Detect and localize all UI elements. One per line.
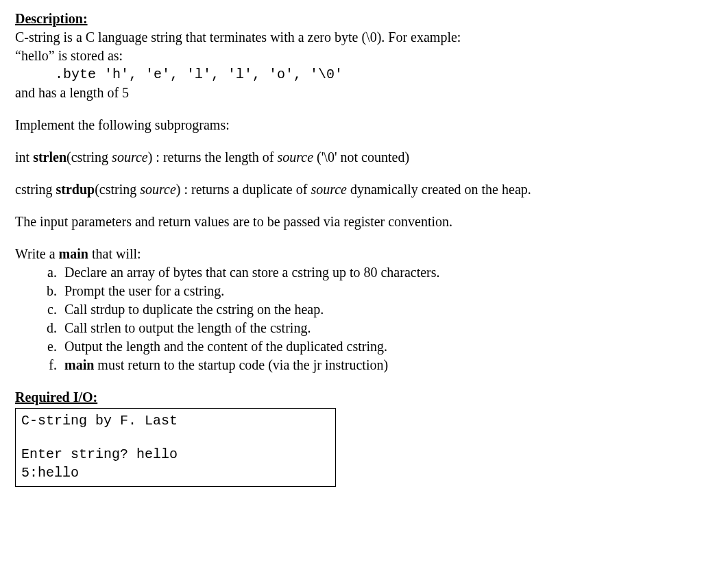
write-main-line: Write a main that will: xyxy=(15,245,713,263)
list-item: Declare an array of bytes that can store… xyxy=(60,263,713,282)
strlen-tail: ('\0' not counted) xyxy=(313,149,409,165)
list-item: Prompt the user for a cstring. xyxy=(60,282,713,300)
strlen-param: source xyxy=(112,149,148,165)
convention-line: The input parameters and return values a… xyxy=(15,213,713,231)
strdup-param: source xyxy=(140,182,176,197)
io-line-output: 5:hello xyxy=(21,464,330,482)
strlen-open: (cstring xyxy=(66,149,112,165)
strlen-return-type: int xyxy=(15,149,33,165)
io-sample-box: C-string by F. Last Enter string? hello … xyxy=(15,408,336,487)
byte-directive-line: .byte 'h', 'e', 'l', 'l', 'o', '\0' xyxy=(15,65,713,84)
io-line-title: C-string by F. Last xyxy=(21,411,330,430)
strdup-open: (cstring xyxy=(95,182,140,197)
strdup-signature: cstring strdup(cstring source) : returns… xyxy=(15,180,713,199)
write-main-bold: main xyxy=(59,246,88,261)
strlen-name: strlen xyxy=(33,149,66,165)
strdup-close: ) : returns a duplicate of xyxy=(176,182,311,197)
strdup-name: strdup xyxy=(56,182,95,197)
list-item: main must return to the startup code (vi… xyxy=(60,356,713,374)
heading-required-io: Required I/O: xyxy=(15,388,713,407)
strdup-tail: dynamically created on the heap. xyxy=(347,182,531,197)
io-line-prompt: Enter string? hello xyxy=(21,445,330,464)
list-item-f-rest: must return to the startup code (via the… xyxy=(94,357,388,372)
io-blank-line xyxy=(21,430,330,445)
write-main-post: that will: xyxy=(88,246,141,261)
list-item-f-bold: main xyxy=(64,357,94,372)
desc-line-2: “hello” is stored as: xyxy=(15,47,713,65)
strdup-param2: source xyxy=(311,182,347,197)
list-item: Call strdup to duplicate the cstring on … xyxy=(60,300,713,319)
list-item: Call strlen to output the length of the … xyxy=(60,319,713,337)
heading-required-io-text: Required I/O: xyxy=(15,389,97,405)
write-main-pre: Write a xyxy=(15,246,59,261)
strlen-signature: int strlen(cstring source) : returns the… xyxy=(15,148,713,167)
desc-line-3: and has a length of 5 xyxy=(15,84,713,102)
heading-description: Description: xyxy=(15,10,713,28)
list-item: Output the length and the content of the… xyxy=(60,337,713,356)
strlen-close: ) : returns the length of xyxy=(148,149,278,165)
main-steps-list: Declare an array of bytes that can store… xyxy=(15,263,713,374)
strlen-param2: source xyxy=(278,149,314,165)
strdup-return-type: cstring xyxy=(15,182,56,197)
implement-line: Implement the following subprograms: xyxy=(15,116,713,134)
heading-description-text: Description: xyxy=(15,11,88,26)
desc-line-1: C-string is a C language string that ter… xyxy=(15,28,713,47)
